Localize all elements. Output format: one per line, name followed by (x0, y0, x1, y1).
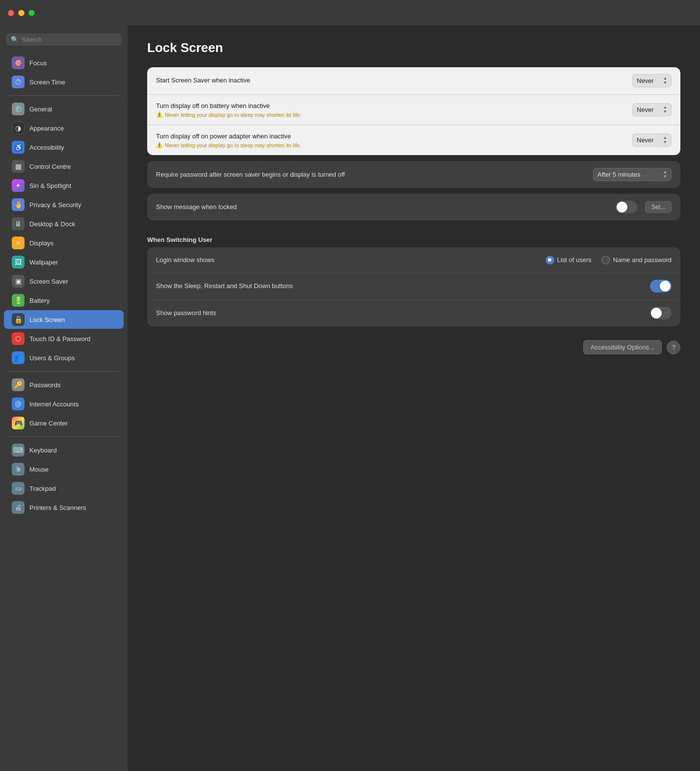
sleep-restart-label: Show the Sleep, Restart and Shut Down bu… (156, 282, 650, 291)
sidebar-item-battery[interactable]: 🔋Battery (4, 291, 124, 310)
sidebar-item-displays[interactable]: ☀Displays (4, 234, 124, 252)
display-adapter-stepper[interactable]: Never ▲ ▼ (632, 133, 672, 147)
search-icon: 🔍 (11, 36, 19, 43)
sidebar-item-lockscreen[interactable]: 🔒Lock Screen (4, 310, 124, 329)
sidebar-item-label-wallpaper: Wallpaper (29, 259, 58, 266)
display-battery-row: Turn display off on battery when inactiv… (147, 95, 680, 125)
sidebar-item-screensaver[interactable]: ▣Screen Saver (4, 272, 124, 291)
accessibility-icon: ♿ (12, 141, 25, 154)
screen-saver-row: Start Screen Saver when inactive Never ▲… (147, 67, 680, 95)
sidebar-item-accessibility[interactable]: ♿Accessibility (4, 138, 124, 157)
sidebar-item-printers[interactable]: 🖨Printers & Scanners (4, 498, 124, 517)
maximize-button[interactable] (28, 10, 35, 16)
display-battery-warning: ⚠️ Never letting your display go to slee… (156, 111, 632, 118)
printers-icon: 🖨 (12, 501, 25, 514)
help-button[interactable]: ? (667, 341, 680, 354)
bottom-controls: Accessibility Options... ? (147, 332, 680, 354)
sidebar-item-label-mouse: Mouse (29, 466, 49, 473)
radio-list-users[interactable]: List of users (545, 256, 592, 265)
toggle-knob (617, 202, 627, 213)
require-password-value: After 5 minutes (597, 171, 640, 178)
sidebar-item-label-gamecenter: Game Center (29, 420, 68, 427)
lockscreen-icon: 🔒 (12, 313, 25, 326)
sidebar-item-label-trackpad: Trackpad (29, 485, 56, 492)
sidebar-item-keyboard[interactable]: ⌨Keyboard (4, 441, 124, 459)
sidebar-item-label-privacy: Privacy & Security (29, 201, 81, 209)
sidebar-item-label-displays: Displays (29, 239, 53, 247)
sidebar-item-label-screen-time: Screen Time (29, 79, 65, 86)
require-password-row: Require password after screen saver begi… (147, 161, 680, 188)
radio-name-password-label: Name and password (613, 256, 672, 264)
keyboard-icon: ⌨ (12, 444, 25, 456)
search-input[interactable] (22, 36, 117, 43)
sidebar-item-passwords[interactable]: 🔑Passwords (4, 375, 124, 394)
sidebar-divider (8, 95, 120, 96)
accessibility-options-button[interactable]: Accessibility Options... (583, 340, 662, 354)
sleep-restart-row: Show the Sleep, Restart and Shut Down bu… (147, 273, 680, 300)
desktop-icon: 🖥 (12, 217, 25, 230)
sidebar-item-trackpad[interactable]: ▭Trackpad (4, 479, 124, 498)
touchid-icon: ⬡ (12, 332, 25, 345)
display-adapter-value: Never (637, 136, 654, 144)
show-message-toggle[interactable] (616, 201, 637, 213)
screen-saver-label: Start Screen Saver when inactive (156, 76, 632, 85)
display-battery-stepper[interactable]: Never ▲ ▼ (632, 103, 672, 116)
sidebar-item-focus[interactable]: 🎯Focus (4, 53, 124, 72)
password-hints-toggle[interactable] (650, 307, 672, 319)
password-hints-label: Show password hints (156, 309, 650, 318)
page-title: Lock Screen (147, 40, 680, 55)
sidebar-item-touchid[interactable]: ⬡Touch ID & Password (4, 329, 124, 348)
warning-icon: ⚠️ (156, 111, 163, 118)
gamecenter-icon: 🎮 (12, 417, 25, 429)
general-icon: ⚙️ (12, 103, 25, 115)
trackpad-icon: ▭ (12, 482, 25, 495)
sidebar-item-screen-time[interactable]: ⏱Screen Time (4, 73, 124, 91)
sidebar-item-label-battery: Battery (29, 297, 50, 304)
sidebar-item-mouse[interactable]: 🖱Mouse (4, 460, 124, 479)
sidebar-item-wallpaper[interactable]: 🖼Wallpaper (4, 253, 124, 271)
sidebar-item-general[interactable]: ⚙️General (4, 100, 124, 118)
require-password-stepper[interactable]: After 5 minutes ▲ ▼ (593, 168, 672, 181)
show-message-row: Show message when locked Set... (147, 194, 680, 220)
privacy-icon: 🤚 (12, 198, 25, 211)
minimize-button[interactable] (18, 10, 25, 16)
sidebar-item-label-users: Users & Groups (29, 354, 75, 362)
sidebar-item-users[interactable]: 👥Users & Groups (4, 348, 124, 367)
close-button[interactable] (8, 10, 14, 16)
sidebar-item-label-focus: Focus (29, 59, 47, 67)
app-layout: 🔍 🎯Focus⏱Screen Time⚙️General◑Appearance… (0, 0, 700, 771)
internet-icon: @ (12, 398, 25, 410)
screen-saver-stepper[interactable]: Never ▲ ▼ (632, 74, 672, 87)
sidebar-item-privacy[interactable]: 🤚Privacy & Security (4, 195, 124, 214)
sidebar-item-label-printers: Printers & Scanners (29, 504, 86, 511)
radio-name-password[interactable]: Name and password (601, 256, 672, 265)
screen-time-icon: ⏱ (12, 76, 25, 88)
search-bar[interactable]: 🔍 (6, 33, 122, 46)
password-hints-row: Show password hints (147, 300, 680, 326)
display-battery-label: Turn display off on battery when inactiv… (156, 102, 632, 110)
sidebar-item-control-centre[interactable]: ▦Control Centre (4, 157, 124, 176)
passwords-icon: 🔑 (12, 378, 25, 391)
titlebar (0, 0, 700, 26)
set-message-button[interactable]: Set... (645, 201, 672, 213)
sleep-restart-knob (660, 281, 671, 292)
wallpaper-icon: 🖼 (12, 256, 25, 268)
warning-icon-2: ⚠️ (156, 142, 163, 148)
sidebar-item-internet[interactable]: @Internet Accounts (4, 395, 124, 413)
screen-saver-arrows: ▲ ▼ (663, 77, 667, 85)
sidebar-item-label-appearance: Appearance (29, 125, 64, 132)
sleep-restart-toggle[interactable] (650, 280, 672, 292)
sidebar-item-appearance[interactable]: ◑Appearance (4, 119, 124, 137)
mouse-icon: 🖱 (12, 463, 25, 476)
top-settings-card: Start Screen Saver when inactive Never ▲… (147, 67, 680, 155)
require-password-arrows: ▲ ▼ (663, 170, 667, 179)
display-adapter-warning: ⚠️ Never letting your display go to slee… (156, 142, 632, 148)
display-battery-value: Never (637, 106, 654, 113)
sidebar-divider (8, 436, 120, 437)
sidebar-item-gamecenter[interactable]: 🎮Game Center (4, 414, 124, 432)
sidebar-item-siri[interactable]: ✦Siri & Spotlight (4, 176, 124, 195)
radio-name-password-circle (601, 256, 610, 265)
sidebar-divider (8, 371, 120, 372)
sidebar-item-label-control-centre: Control Centre (29, 163, 71, 170)
sidebar-item-desktop[interactable]: 🖥Desktop & Dock (4, 214, 124, 233)
